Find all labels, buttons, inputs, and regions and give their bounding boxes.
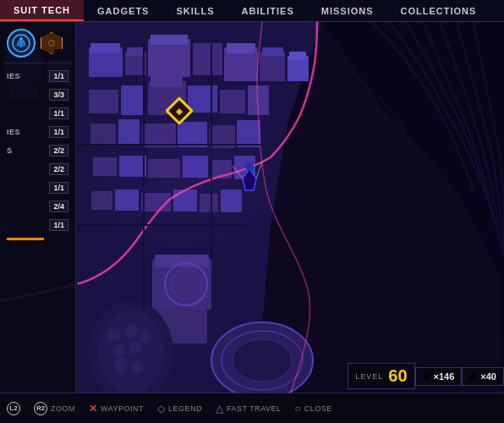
- sidebar-label-3: IES: [7, 128, 20, 136]
- svg-rect-18: [289, 52, 306, 60]
- svg-rect-14: [227, 43, 255, 53]
- control-l2: L2: [7, 402, 20, 415]
- sidebar-row-6: 1/1: [3, 179, 72, 197]
- square-symbol: ◇: [157, 403, 165, 415]
- svg-point-68: [245, 162, 254, 171]
- sidebar-row-3: IES 1/1: [3, 123, 72, 141]
- collectible-box-2: ◆ ×40: [462, 367, 504, 386]
- sidebar-count-2: 1/1: [49, 107, 68, 119]
- svg-point-57: [112, 344, 124, 356]
- legend-label: LEGEND: [168, 404, 202, 413]
- collectible-count-1: ×146: [434, 371, 455, 382]
- sidebar-count-8: 1/1: [49, 219, 68, 231]
- nav-suit-tech[interactable]: SUIT TECH: [0, 0, 84, 21]
- level-box: LEVEL 60: [348, 363, 414, 389]
- suit-icon-row: ⬡ x2: [3, 29, 72, 58]
- collectible-icon-1: ◆: [423, 371, 430, 382]
- sidebar-count-0: 1/1: [49, 70, 68, 82]
- sidebar-row-0: IES 1/1: [3, 67, 72, 85]
- svg-point-56: [140, 330, 151, 343]
- fast-travel-label: FAST TRAVEL: [227, 404, 282, 413]
- progress-bar-orange: [7, 238, 44, 240]
- nav-missions[interactable]: MISSIONS: [308, 0, 387, 21]
- sidebar-row-4: S 2/2: [3, 141, 72, 160]
- suit-avatar: [7, 29, 36, 58]
- svg-point-55: [124, 323, 138, 338]
- sidebar-count-3: 1/1: [49, 126, 68, 138]
- nav-collections[interactable]: COLLECTIONS: [387, 0, 490, 21]
- bottom-bar: L2 R2 ZOOM ✕ WAYPOINT ◇ LEGEND △ FAST TR…: [0, 393, 504, 423]
- svg-rect-19: [89, 90, 118, 113]
- collectible-count-2: ×40: [480, 371, 496, 382]
- tech-token-icon: ⬡ x2: [41, 32, 63, 54]
- svg-point-51: [233, 339, 292, 382]
- sidebar-count-7: 2/4: [49, 201, 68, 212]
- sidebar-panel: ⬡ x2 IES 1/1 3/3 1/1 IES 1/1 S 2/2 2/2 1…: [0, 22, 76, 393]
- level-number: 60: [388, 366, 407, 386]
- svg-point-58: [129, 341, 142, 354]
- svg-rect-12: [193, 43, 222, 75]
- control-fast-travel: △ FAST TRAVEL: [216, 403, 282, 415]
- sidebar-count-4: 2/2: [49, 145, 68, 157]
- sidebar-row-2: 1/1: [3, 104, 72, 123]
- sidebar-row-5: 2/2: [3, 160, 72, 179]
- svg-point-60: [132, 361, 144, 373]
- sidebar-row-7: 2/4: [3, 197, 72, 216]
- svg-point-54: [107, 328, 121, 342]
- control-waypoint: ✕ WAYPOINT: [89, 403, 144, 415]
- svg-rect-9: [127, 47, 144, 56]
- svg-point-59: [114, 358, 128, 371]
- level-hud: LEVEL 60 ◆ ×146 ◆ ×40: [348, 363, 504, 389]
- nav-skills[interactable]: SKILLS: [162, 0, 227, 21]
- svg-text:◈: ◈: [175, 107, 184, 116]
- nav-gadgets[interactable]: GADGETS: [84, 0, 162, 21]
- sidebar-divider-1: [3, 63, 72, 63]
- sidebar-row-1: 3/3: [3, 85, 72, 104]
- level-label: LEVEL: [355, 372, 383, 381]
- control-legend: ◇ LEGEND: [157, 403, 202, 415]
- sidebar-count-6: 1/1: [49, 182, 68, 194]
- sidebar-count-1: 3/3: [49, 89, 68, 101]
- svg-rect-11: [151, 35, 188, 45]
- sidebar-label-4: S: [7, 146, 13, 155]
- r2-button[interactable]: R2: [34, 402, 47, 415]
- collectible-icon-2: ◆: [469, 371, 477, 382]
- svg-rect-22: [151, 77, 183, 87]
- x-symbol: ✕: [89, 403, 97, 415]
- control-close: ○ CLOSE: [295, 403, 332, 415]
- svg-rect-15: [260, 52, 285, 81]
- control-r2: R2 ZOOM: [34, 402, 75, 415]
- sidebar-count-5: 2/2: [49, 163, 68, 175]
- collectible-box-1: ◆ ×146: [415, 367, 463, 386]
- waypoint-label: WAYPOINT: [101, 404, 144, 413]
- sidebar-label-0: IES: [7, 72, 20, 80]
- nav-abilities[interactable]: ABILITIES: [228, 0, 308, 21]
- circle-symbol: ○: [295, 403, 301, 415]
- svg-rect-7: [90, 43, 120, 53]
- close-label: CLOSE: [304, 404, 332, 413]
- l2-button[interactable]: L2: [7, 402, 20, 415]
- sidebar-progress-area: [3, 234, 72, 240]
- triangle-symbol: △: [216, 403, 223, 415]
- sidebar-row-8: 1/1: [3, 216, 72, 234]
- svg-rect-16: [262, 47, 283, 56]
- nav-bar: SUIT TECH GADGETS SKILLS ABILITIES MISSI…: [0, 0, 504, 22]
- zoom-label: ZOOM: [51, 404, 75, 413]
